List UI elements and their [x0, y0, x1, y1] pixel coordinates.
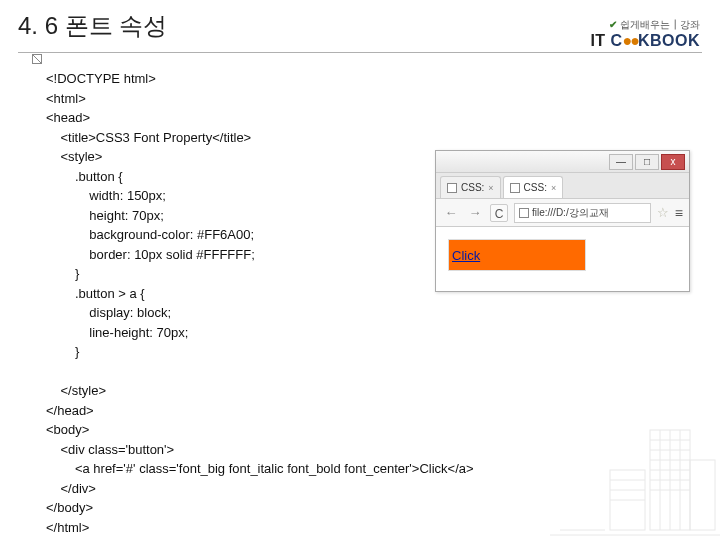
- url-input[interactable]: file:///D:/강의교재: [514, 203, 651, 223]
- brand-logo-text: IT C●●KBOOK: [590, 32, 700, 49]
- back-button[interactable]: ←: [442, 204, 460, 222]
- url-text: file:///D:/강의교재: [532, 203, 609, 223]
- demo-button-link[interactable]: Click: [452, 248, 480, 263]
- address-bar: ← → C file:///D:/강의교재 ☆ ≡: [436, 199, 689, 227]
- demo-button: Click: [442, 233, 592, 277]
- browser-viewport: Click: [436, 227, 689, 291]
- close-button[interactable]: x: [661, 154, 685, 170]
- maximize-button[interactable]: □: [635, 154, 659, 170]
- document-icon: [519, 208, 529, 218]
- browser-tab-active[interactable]: CSS: ×: [503, 176, 564, 198]
- menu-icon[interactable]: ≡: [675, 205, 683, 221]
- brand-logo: ✔ 쉽게배우는┃강좌 IT C●●KBOOK: [590, 18, 700, 50]
- bookmark-star-icon[interactable]: ☆: [657, 205, 669, 220]
- tab-label: CSS:: [524, 182, 547, 193]
- reload-button[interactable]: C: [490, 204, 508, 222]
- tab-close-icon[interactable]: ×: [488, 183, 493, 193]
- check-icon: ✔: [609, 19, 617, 30]
- window-titlebar: — □ x: [436, 151, 689, 173]
- brand-small-text: 쉽게배우는┃강좌: [620, 19, 700, 30]
- minimize-button[interactable]: —: [609, 154, 633, 170]
- favicon-icon: [447, 183, 457, 193]
- forward-button[interactable]: →: [466, 204, 484, 222]
- browser-tab[interactable]: CSS: ×: [440, 176, 501, 198]
- favicon-icon: [510, 183, 520, 193]
- tab-close-icon[interactable]: ×: [551, 183, 556, 193]
- tab-label: CSS:: [461, 182, 484, 193]
- tab-strip: CSS: × CSS: ×: [436, 173, 689, 199]
- browser-window: — □ x CSS: × CSS: × ← → C file:///D:/강의교…: [435, 150, 690, 292]
- code-listing: <!DOCTYPE html> <html> <head> <title>CSS…: [46, 69, 674, 537]
